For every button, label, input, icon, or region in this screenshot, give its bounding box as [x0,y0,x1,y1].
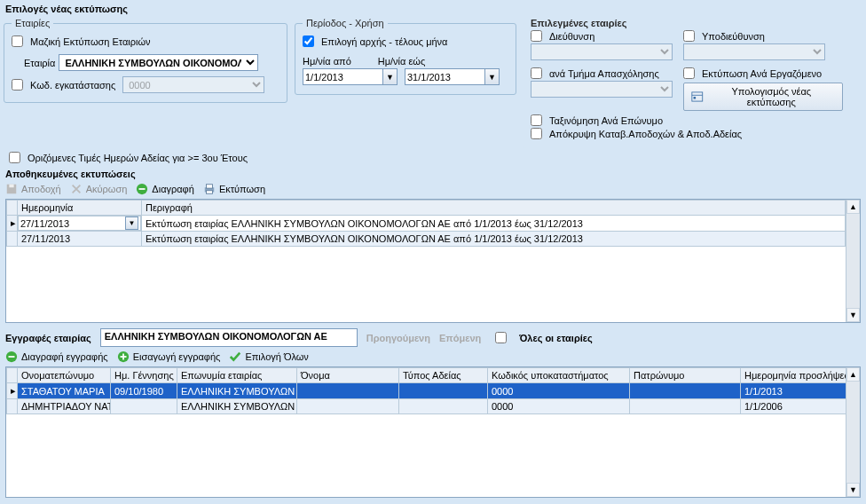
table-row[interactable]: ▸ 27/11/2013 ▼ Εκτύπωση εταιρίας ΕΛΛΗΝΙΚ… [7,216,846,232]
delete-record-button[interactable]: Διαγραφή εγγραφής [5,350,108,363]
col-desc[interactable]: Περιγραφή [142,201,846,216]
scroll-up-icon[interactable]: ▲ [846,200,860,214]
new-print-options-title: Επιλογές νέας εκτύπωσης [5,4,861,14]
selected-companies-legend: Επιλεγμένες εταιρίες [531,18,627,28]
col-father[interactable]: Πατρώνυμο [630,368,741,383]
svg-rect-4 [9,185,13,188]
vertical-scrollbar[interactable]: ▲ ▼ [846,200,860,322]
companies-legend: Εταιρίες [12,18,53,28]
desc-cell[interactable]: Εκτύπωση εταιρίας ΕΛΛΗΝΙΚΗ ΣΥΜΒΟΥΛΩΝ ΟΙΚ… [142,216,846,232]
print-button[interactable]: Εκτύπωση [203,183,265,195]
per-employee-label: Εκτύπωση Ανά Εργαζόμενο [702,68,822,79]
row-indicator-icon: ▸ [7,216,18,232]
table-row[interactable]: ΔΗΜΗΤΡΙΑΔΟΥ ΝΑΤΑ ΕΛΛΗΝΙΚΗ ΣΥΜΒΟΥΛΩΝ Ο 00… [7,399,846,414]
check-icon [229,350,241,363]
date-from-combo[interactable]: ▼ [303,68,398,85]
companies-fieldset: Εταιρίες Μαζική Εκτύπωση Εταιριών Εταιρί… [4,18,287,103]
row-indicator-icon: ▸ [7,383,18,399]
scroll-down-icon[interactable]: ▼ [846,483,860,497]
selected-companies-fieldset: Επιλεγμένες εταιρίες Διεύθυνση Υποδιεύθυ… [524,18,862,148]
save-icon [5,183,18,195]
delete-button[interactable]: Διαγραφή [136,183,194,195]
select-all-button[interactable]: Επιλογή Όλων [229,350,308,363]
company-select[interactable]: ΕΛΛΗΝΙΚΗ ΣΥΜΒΟΥΛΩΝ ΟΙΚΟΝΟΜΟΛΟΓΩΝ [59,54,258,71]
period-fieldset: Περίοδος - Χρήση Επιλογή αρχής - τέλους … [295,18,516,95]
col-birth[interactable]: Ημ. Γέννησης [111,368,177,383]
address-label: Διεύθυνση [549,31,594,42]
all-companies-checkbox[interactable] [495,332,507,343]
col-company[interactable]: Επωνυμία εταιρίας [177,368,297,383]
chevron-down-icon[interactable]: ▼ [484,68,500,85]
per-dept-label: ανά Τμήμα Απασχόλησης [549,68,659,79]
date-cell-editing[interactable]: 27/11/2013 ▼ [18,216,141,231]
saved-prints-grid[interactable]: Ημερομηνία Περιγραφή ▸ 27/11/2013 ▼ Εκτύ… [5,199,861,323]
date-to-combo[interactable]: ▼ [405,68,500,85]
sort-checkbox[interactable] [531,114,542,126]
svg-rect-2 [694,97,697,99]
date-from-label: Ημ/νία από [303,56,351,67]
printer-icon [203,183,216,195]
col-leave-type[interactable]: Τύπος Αδείας [399,368,488,383]
install-code-label: Κωδ. εγκατάστασης [30,80,115,91]
table-row[interactable]: 27/11/2013 Εκτύπωση εταιρίας ΕΛΛΗΝΙΚΗ ΣΥ… [7,232,846,247]
svg-rect-11 [9,356,15,358]
chevron-down-icon[interactable]: ▼ [382,68,398,85]
svg-rect-9 [206,191,212,194]
svg-rect-14 [122,354,124,360]
svg-rect-6 [139,188,146,190]
col-date[interactable]: Ημερομηνία [18,201,142,216]
insert-record-button[interactable]: Εισαγωγή εγγραφής [117,350,221,363]
col-fname[interactable]: Όνομα [297,368,399,383]
minus-circle-icon [5,350,18,363]
defined-values-label: Οριζόμενες Τιμές Ημερών Αδείας για >= 3ο… [28,153,248,163]
next-button: Επόμενη [439,333,481,343]
saved-prints-toolbar: Αποδοχή Ακύρωση Διαγραφή Εκτύπωση [5,183,861,195]
subaddress-label: Υποδιεύθυνση [702,31,765,42]
start-end-label: Επιλογή αρχής - τέλους μήνα [321,36,447,47]
chevron-down-icon[interactable]: ▼ [125,217,138,230]
plus-circle-icon [117,350,130,363]
col-name[interactable]: Ονοματεπώνυμο [18,368,111,383]
scroll-down-icon[interactable]: ▼ [846,308,860,322]
address-select [531,43,673,60]
minus-circle-icon [136,183,148,195]
address-checkbox[interactable] [531,30,542,42]
period-legend: Περίοδος - Χρήση [303,18,388,28]
mass-print-checkbox[interactable] [12,35,23,47]
start-end-checkbox[interactable] [303,35,314,47]
cancel-icon [70,183,83,195]
row-header-corner [7,201,18,216]
hide-checkbox[interactable] [531,128,542,139]
hide-label: Απόκρυψη Καταβ.Αποδοχών & Αποδ.Αδείας [549,129,742,139]
vertical-scrollbar[interactable]: ▲ ▼ [846,367,860,497]
defined-values-checkbox[interactable] [9,152,20,163]
calculate-button[interactable]: Υπολογισμός νέας εκτύπωσης [683,83,843,111]
calendar-icon [691,91,704,103]
records-toolbar: Διαγραφή εγγραφής Εισαγωγή εγγραφής Επιλ… [5,350,861,363]
svg-rect-8 [206,185,212,188]
date-to-input[interactable] [405,68,484,85]
table-row[interactable]: ▸ ΣΤΑΘΑΤΟΥ ΜΑΡΙΑ 09/10/1980 ΕΛΛΗΝΙΚΗ ΣΥΜ… [7,383,846,399]
records-bar: Εγγραφές εταιρίας ΕΛΛΗΝΙΚΗ ΣΥΜΒΟΥΛΩΝ ΟΙΚ… [5,328,861,347]
install-code-checkbox[interactable] [12,79,23,91]
scroll-up-icon[interactable]: ▲ [846,367,860,382]
prev-button: Προηγούμενη [366,333,430,343]
records-grid[interactable]: Ονοματεπώνυμο Ημ. Γέννησης Επωνυμία εται… [5,366,861,498]
cancel-button: Ακύρωση [70,183,128,195]
date-from-input[interactable] [303,68,382,85]
subaddress-checkbox[interactable] [683,30,695,42]
per-dept-checkbox[interactable] [531,67,542,79]
install-code-select: 0000 [122,76,264,93]
company-label: Εταιρία [24,58,55,68]
mass-print-label: Μαζική Εκτύπωση Εταιριών [30,36,151,47]
saved-prints-title: Αποθηκευμένες εκτυπώσεις [5,169,861,179]
col-hire-date[interactable]: Ημερομηνία προσλήψεως [741,368,846,383]
all-companies-label: Όλες οι εταιρίες [519,333,592,343]
sort-label: Ταξινόμηση Ανά Επώνυμο [549,115,663,126]
records-company-display: ΕΛΛΗΝΙΚΗ ΣΥΜΒΟΥΛΩΝ ΟΙΚΟΝΟΜΟΛΟΓΩΝ ΑΕ [100,328,358,347]
per-employee-checkbox[interactable] [683,67,695,79]
accept-button: Αποδοχή [5,183,61,195]
date-to-label: Ημ/νία εώς [378,56,426,67]
subaddress-select [683,43,825,60]
col-branch-code[interactable]: Κωδικός υποκαταστήματος [488,368,630,383]
